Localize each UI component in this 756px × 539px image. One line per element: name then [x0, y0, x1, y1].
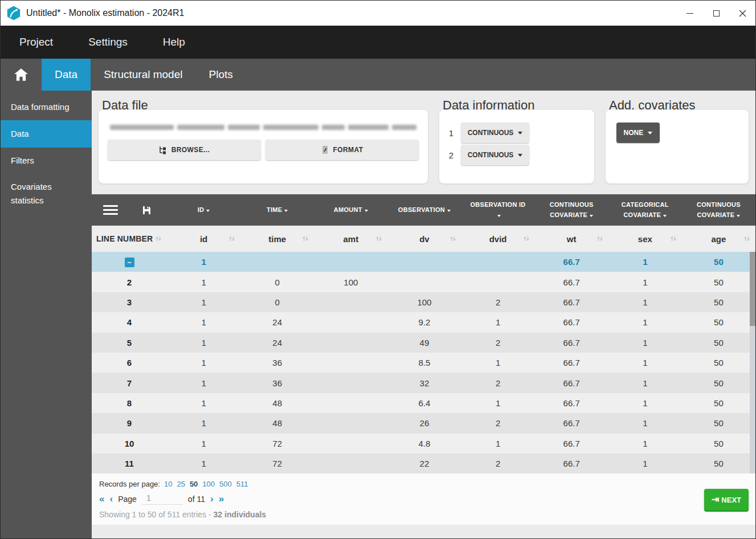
column-tag-time-1[interactable]: TIME [240, 205, 314, 215]
subheader-age[interactable]: age [682, 234, 755, 244]
records-per-page: Records per page: 102550100500511 [99, 480, 755, 488]
column-tag-observation-id-4[interactable]: OBSERVATION ID [461, 200, 535, 220]
sort-icon[interactable] [523, 235, 530, 242]
column-tag-categorical-covariate-6[interactable]: CATEGORICAL COVARIATE [608, 200, 682, 220]
sidebar-item-filters[interactable]: Filters [1, 148, 92, 174]
column-tag-label: AMOUNT [334, 206, 362, 213]
data-file-card: BROWSE... FORMAT [99, 110, 428, 183]
app-window: Untitled* - Monolix estimation - 2024R1 … [0, 0, 756, 539]
minimize-icon [686, 13, 693, 14]
tab-plots[interactable]: Plots [195, 59, 246, 91]
sort-icon[interactable] [596, 235, 603, 242]
chevron-down-icon [284, 210, 288, 212]
home-tab[interactable] [1, 59, 42, 91]
column-tag-amount-2[interactable]: AMOUNT [314, 205, 387, 215]
continuous-dropdown-1[interactable]: CONTINUOUS [461, 122, 529, 143]
records-option-10[interactable]: 10 [164, 480, 172, 488]
sort-icon[interactable] [670, 235, 677, 242]
chevron-down-icon [365, 210, 368, 212]
close-icon [739, 10, 746, 17]
browse-button[interactable]: BROWSE... [108, 140, 261, 160]
cell-line: − [92, 257, 167, 267]
subheader-sex[interactable]: sex [608, 234, 682, 244]
add-covariates-card: NONE [606, 110, 749, 183]
page-input[interactable] [142, 493, 183, 505]
menu-item-project[interactable]: Project [19, 36, 53, 48]
maximize-button[interactable] [703, 1, 729, 26]
next-button[interactable]: ⇥ NEXT [704, 489, 749, 511]
sort-icon[interactable] [302, 235, 309, 242]
column-tag-continuous-covariate-7[interactable]: CONTINUOUS COVARIATE [682, 200, 755, 220]
cell-id: 1 [167, 358, 240, 368]
table-menu-button[interactable] [103, 205, 118, 215]
column-tag-id-0[interactable]: ID [167, 205, 240, 215]
sort-icon[interactable] [743, 235, 750, 242]
prev-page-button[interactable]: ‹ [109, 494, 113, 504]
individuals-count: 32 individuals [214, 510, 267, 519]
subheader-dvid[interactable]: dvid [461, 234, 535, 244]
last-page-button[interactable]: » [219, 494, 224, 504]
pagination: « ‹ Page of 11 › » [99, 493, 755, 505]
first-page-button[interactable]: « [99, 494, 104, 504]
column-label: sex [638, 234, 652, 244]
subheader-id[interactable]: id [167, 234, 240, 244]
column-tag-observation-3[interactable]: OBSERVATION [387, 205, 461, 215]
menu-item-settings[interactable]: Settings [88, 36, 128, 48]
sidebar-item-data-formatting[interactable]: Data formatting [1, 94, 92, 120]
cell-sex: 1 [608, 398, 682, 408]
collapse-row-icon[interactable]: − [125, 258, 134, 267]
menu-item-help[interactable]: Help [163, 36, 185, 48]
records-option-25[interactable]: 25 [177, 480, 185, 488]
records-option-50[interactable]: 50 [190, 480, 198, 488]
subheader-wt[interactable]: wt [535, 234, 608, 244]
tab-data[interactable]: Data [42, 59, 91, 91]
sidebar-item-covariates-statistics[interactable]: Covariates statistics [1, 174, 92, 214]
cell-age: 50 [682, 459, 755, 468]
column-label: amt [343, 234, 358, 244]
minimize-button[interactable] [677, 1, 703, 26]
cell-wt: 66.7 [535, 297, 608, 307]
data-file-section: Data file BRO [99, 98, 428, 183]
records-option-500[interactable]: 500 [219, 480, 232, 488]
tab-structural-model[interactable]: Structural model [91, 59, 195, 91]
sort-icon[interactable] [375, 235, 382, 242]
browse-button-label: BROWSE... [171, 146, 210, 154]
none-dropdown[interactable]: NONE [616, 122, 660, 143]
cell-line: 7 [92, 378, 167, 388]
table-row: 21010066.7150 [92, 272, 755, 292]
column-label: dv [419, 234, 430, 244]
next-page-button[interactable]: › [210, 494, 214, 504]
cell-wt: 66.7 [535, 338, 608, 348]
sort-icon[interactable] [228, 235, 235, 242]
scrollbar-thumb[interactable] [750, 252, 755, 326]
cell-dv: 4.8 [387, 439, 461, 448]
subheader-amt[interactable]: amt [314, 234, 387, 244]
save-button[interactable] [142, 206, 151, 215]
subheader-line-number[interactable]: LINE NUMBER [92, 234, 167, 243]
column-tag-label: CATEGORICAL COVARIATE [622, 201, 669, 218]
vertical-scrollbar[interactable] [750, 252, 755, 473]
column-label: id [200, 234, 207, 244]
continuous-dropdown-2[interactable]: CONTINUOUS [461, 145, 529, 165]
sort-icon[interactable] [449, 235, 456, 242]
cell-time: 48 [240, 398, 314, 408]
format-button[interactable]: FORMAT [265, 140, 419, 160]
cell-age: 50 [682, 398, 755, 408]
data-information-section: Data information 1 CONTINUOUS 2 [439, 98, 594, 183]
column-tag-label: TIME [267, 206, 282, 213]
subheader-time[interactable]: time [240, 234, 314, 244]
cell-line: 4 [92, 317, 167, 327]
sort-icon[interactable] [155, 235, 162, 242]
records-option-100[interactable]: 100 [202, 480, 215, 488]
close-button[interactable] [729, 1, 755, 26]
subheader-dv[interactable]: dv [387, 234, 461, 244]
column-tag-continuous-covariate-5[interactable]: CONTINUOUS COVARIATE [535, 200, 608, 220]
sidebar-item-data[interactable]: Data [1, 120, 92, 148]
data-file-buttons: BROWSE... FORMAT [108, 140, 419, 160]
column-tag-label: OBSERVATION ID [471, 201, 526, 208]
column-label: dvid [489, 234, 507, 244]
main-area: Data formattingDataFiltersCovariates sta… [1, 91, 755, 538]
records-option-511[interactable]: 511 [236, 480, 248, 488]
cell-dv: 26 [387, 418, 461, 428]
chevron-down-icon [518, 132, 522, 134]
